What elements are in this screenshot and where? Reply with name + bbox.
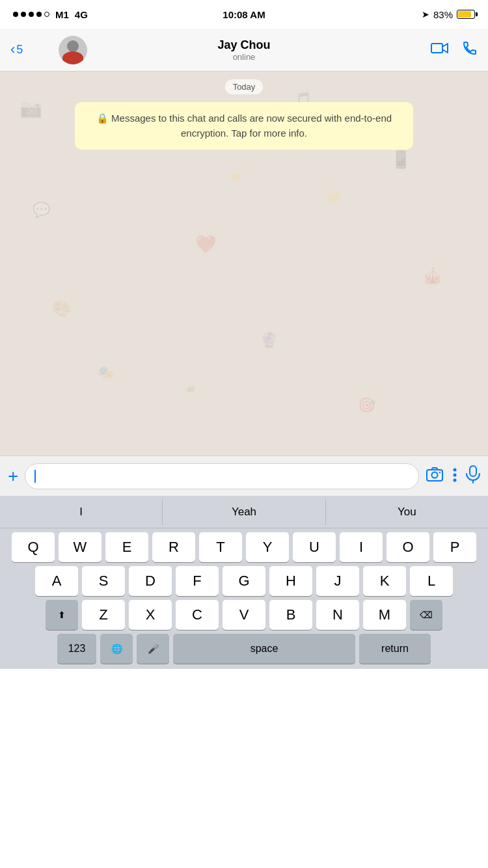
key-n[interactable]: N xyxy=(316,600,359,630)
camera-button[interactable] xyxy=(426,465,444,487)
date-label: Today xyxy=(225,79,264,94)
globe-key[interactable]: 🌐 xyxy=(100,634,133,664)
keyboard: Q W E R T Y U I O P A S D F G H J K L ⬆ … xyxy=(0,528,488,669)
chat-content: Today 🔒 Messages to this chat and calls … xyxy=(0,72,488,157)
signal-dots xyxy=(13,12,49,17)
date-badge: Today xyxy=(10,79,478,94)
signal-dot-1 xyxy=(13,12,18,17)
status-right: ➤ 83% xyxy=(422,9,475,20)
key-w[interactable]: W xyxy=(59,532,102,562)
contact-info[interactable]: Jay Chou online xyxy=(217,38,270,62)
svg-point-4 xyxy=(454,468,457,471)
status-left: M1 4G xyxy=(13,9,88,20)
more-options-button[interactable] xyxy=(453,468,457,485)
svg-rect-0 xyxy=(431,44,442,53)
svg-point-6 xyxy=(454,478,457,481)
text-cursor xyxy=(34,470,36,483)
signal-dot-3 xyxy=(29,12,34,17)
navigation-bar: ‹ 5 Jay Chou online xyxy=(0,29,488,72)
key-o[interactable]: O xyxy=(386,532,429,562)
signal-dot-2 xyxy=(21,12,26,17)
battery-fill xyxy=(458,11,471,18)
backspace-key[interactable]: ⌫ xyxy=(410,600,442,630)
voice-message-button[interactable] xyxy=(466,465,480,487)
autocomplete-bar: I Yeah You xyxy=(0,496,488,528)
avatar xyxy=(59,36,87,64)
phone-call-icon[interactable] xyxy=(462,40,478,60)
nav-actions xyxy=(431,40,478,60)
network-type-label: 4G xyxy=(75,9,88,20)
input-actions xyxy=(426,465,480,487)
keyboard-mic-key[interactable]: 🎤 xyxy=(137,634,169,664)
numbers-key[interactable]: 123 xyxy=(57,634,96,664)
autocomplete-item-3[interactable]: You xyxy=(326,499,488,525)
encryption-text: 🔒 Messages to this chat and calls are no… xyxy=(96,113,392,139)
keyboard-row-2: A S D F G H J K L xyxy=(0,562,488,596)
carrier-label: M1 xyxy=(55,9,69,20)
autocomplete-item-1[interactable]: I xyxy=(0,499,163,525)
back-count-label: 5 xyxy=(16,43,23,57)
keyboard-row-3: ⬆ Z X C V B N M ⌫ xyxy=(0,596,488,630)
key-c[interactable]: C xyxy=(176,600,219,630)
key-u[interactable]: U xyxy=(293,532,336,562)
key-d[interactable]: D xyxy=(129,566,172,596)
back-button[interactable]: ‹ 5 xyxy=(10,43,23,57)
key-q[interactable]: Q xyxy=(12,532,55,562)
key-e[interactable]: E xyxy=(105,532,148,562)
back-chevron-icon: ‹ xyxy=(10,42,15,57)
keyboard-bottom-row: 123 🌐 🎤 space return xyxy=(0,630,488,669)
chat-area: 📷 ✨ 🎵 📱 💬 ❤️ 🌟 🎨 🔮 🎭 🎪 🎯 ⭐ 🍃 Today 🔒 Mes… xyxy=(0,72,488,455)
key-h[interactable]: H xyxy=(269,566,312,596)
signal-dot-4 xyxy=(36,12,42,17)
avatar-container xyxy=(59,36,87,64)
contact-status: online xyxy=(233,52,256,62)
key-t[interactable]: T xyxy=(199,532,242,562)
key-l[interactable]: L xyxy=(410,566,453,596)
add-attachment-button[interactable]: + xyxy=(8,467,18,485)
keyboard-row-1: Q W E R T Y U I O P xyxy=(0,528,488,562)
contact-name: Jay Chou xyxy=(217,38,270,52)
key-p[interactable]: P xyxy=(433,532,476,562)
svg-point-3 xyxy=(439,471,441,472)
key-g[interactable]: G xyxy=(223,566,265,596)
svg-point-5 xyxy=(454,473,457,476)
message-input-wrapper[interactable] xyxy=(25,463,419,489)
key-b[interactable]: B xyxy=(269,600,312,630)
contact-name-status: Jay Chou online xyxy=(217,38,270,62)
key-k[interactable]: K xyxy=(363,566,406,596)
key-a[interactable]: A xyxy=(35,566,78,596)
key-m[interactable]: M xyxy=(363,600,406,630)
key-s[interactable]: S xyxy=(82,566,125,596)
svg-rect-7 xyxy=(470,466,476,476)
signal-dot-5 xyxy=(44,12,49,17)
message-input-area: + xyxy=(0,455,488,496)
key-v[interactable]: V xyxy=(223,600,265,630)
key-r[interactable]: R xyxy=(152,532,195,562)
key-f[interactable]: F xyxy=(176,566,219,596)
avatar-head xyxy=(67,40,79,52)
key-y[interactable]: Y xyxy=(246,532,289,562)
avatar-body xyxy=(62,51,83,64)
key-z[interactable]: Z xyxy=(82,600,125,630)
battery-icon xyxy=(457,10,475,19)
key-j[interactable]: J xyxy=(316,566,359,596)
location-icon: ➤ xyxy=(422,9,429,20)
battery-percentage: 83% xyxy=(433,9,453,20)
status-bar: M1 4G 10:08 AM ➤ 83% xyxy=(0,0,488,29)
video-call-icon[interactable] xyxy=(431,42,449,59)
svg-point-2 xyxy=(432,472,438,478)
autocomplete-item-2[interactable]: Yeah xyxy=(163,499,325,525)
encryption-notice[interactable]: 🔒 Messages to this chat and calls are no… xyxy=(75,102,413,150)
return-key[interactable]: return xyxy=(359,634,431,664)
status-time: 10:08 AM xyxy=(223,9,265,20)
shift-key[interactable]: ⬆ xyxy=(46,600,78,630)
key-i[interactable]: I xyxy=(340,532,383,562)
key-x[interactable]: X xyxy=(129,600,172,630)
space-key[interactable]: space xyxy=(173,634,355,664)
